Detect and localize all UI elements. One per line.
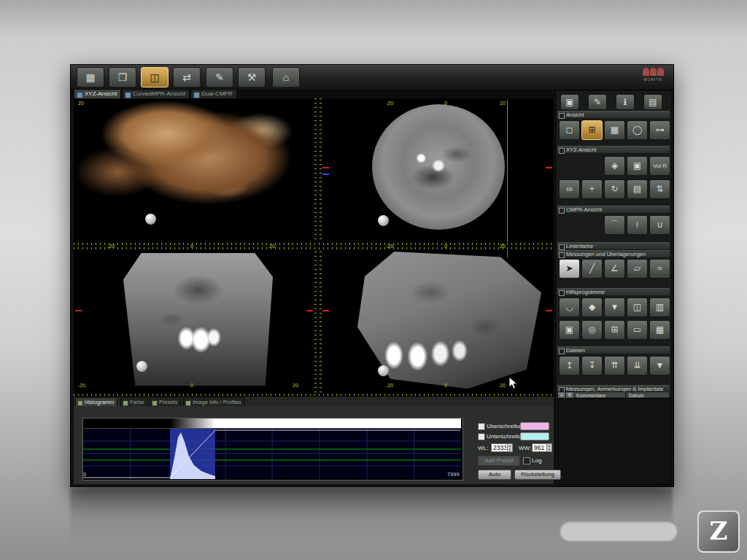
view-layout-icon[interactable]: ◫ xyxy=(141,67,169,88)
wl-spinner[interactable]: ▴▾ xyxy=(507,443,513,452)
zoom-icon[interactable]: ◯ xyxy=(627,120,648,140)
view-axial-slice[interactable] xyxy=(322,100,552,242)
slice-tool-icon[interactable]: ▥ xyxy=(649,298,670,317)
reset-button[interactable]: Rückstellung xyxy=(514,470,561,480)
report-edit-icon[interactable]: ✎ xyxy=(206,67,233,88)
info-icon[interactable]: ℹ xyxy=(616,94,635,110)
pan-icon[interactable]: + xyxy=(581,179,603,199)
print-icon[interactable]: ▤ xyxy=(643,94,662,110)
file-export-icon[interactable]: ⇈ xyxy=(604,356,625,376)
orientation-sphere-icon[interactable] xyxy=(378,365,389,376)
slice-icon[interactable]: ▤ xyxy=(627,179,648,199)
utility-b-icon[interactable]: ◎ xyxy=(581,320,603,340)
tab-curvedmpr-ansicht[interactable]: CurvedMPR-Ansicht xyxy=(122,89,190,99)
file-open-icon[interactable]: ↥ xyxy=(559,356,580,376)
section-messungen[interactable]: Messungen und Überlagerungen xyxy=(557,250,670,257)
overshoot-color-swatch[interactable] xyxy=(520,422,549,430)
utility-c-icon[interactable]: ⊞ xyxy=(604,320,625,340)
link-views-icon[interactable]: ∞ xyxy=(559,179,580,199)
cube-tool-icon[interactable]: ◫ xyxy=(627,298,648,317)
tab-xyz-ansicht[interactable]: XYZ-Ansicht xyxy=(74,89,121,99)
view-coronal-slice[interactable] xyxy=(75,250,313,393)
ww-spinner[interactable]: ▴▾ xyxy=(546,443,552,452)
utility-a-icon[interactable]: ▣ xyxy=(559,320,580,340)
crosshair-marker-red-left[interactable] xyxy=(322,167,329,168)
log-checkbox[interactable] xyxy=(523,457,530,464)
ruler-label: -20 xyxy=(386,383,393,389)
ruler-label: -20 xyxy=(386,101,393,106)
section-dateien[interactable]: Dateien xyxy=(557,346,670,354)
column-kommentare[interactable]: Kommentare xyxy=(573,392,626,398)
sync-icon[interactable]: ⇅ xyxy=(649,179,670,199)
utility-d-icon[interactable]: ▭ xyxy=(627,320,648,340)
curve-s-icon[interactable]: ≀ xyxy=(627,215,648,235)
file-download-icon[interactable]: ⇊ xyxy=(627,356,648,376)
profile-icon[interactable]: ≈ xyxy=(649,259,670,279)
auto-button[interactable]: Auto xyxy=(478,470,511,480)
home-icon[interactable]: ⌂ xyxy=(272,67,300,88)
brand-name: MORITA xyxy=(638,77,667,82)
tool-panel: ▣ ✎ ℹ ▤ Ansicht ◻ ⊞ ▦ ◯ ⊶ XYZ-Ansicht ◈ … xyxy=(555,91,671,485)
overshoot-checkbox[interactable] xyxy=(478,423,485,430)
annotation-list[interactable] xyxy=(557,398,671,485)
measure-line-icon[interactable]: ╱ xyxy=(581,259,603,279)
key-icon[interactable]: ⊶ xyxy=(649,120,670,140)
section-ansicht[interactable]: Ansicht xyxy=(557,111,670,118)
transfer-icon[interactable]: ⇄ xyxy=(173,67,201,88)
xyz-rotate-icon[interactable]: ◈ xyxy=(604,156,625,176)
image-layers-icon[interactable]: ❐ xyxy=(109,67,136,88)
main-toolbar: ▦ ❐ ◫ ⇄ ✎ ⚒ ⌂ MORITA xyxy=(71,65,673,90)
crosshair-marker-red-right[interactable] xyxy=(306,310,313,311)
crosshair-marker-red-right[interactable] xyxy=(546,310,552,311)
section-xyz-ansicht[interactable]: XYZ-Ansicht xyxy=(557,146,670,153)
crosshair-marker-blue-left[interactable] xyxy=(322,174,329,175)
rotate-icon[interactable]: ↻ xyxy=(604,179,625,199)
histogram-min: 0 xyxy=(83,471,86,478)
annotation-icon[interactable]: ✎ xyxy=(588,94,607,110)
histogram-plot[interactable] xyxy=(83,429,461,479)
curve-u-icon[interactable]: ∪ xyxy=(649,215,670,235)
bottom-ruler[interactable] xyxy=(74,389,554,396)
data-table-icon[interactable]: ▦ xyxy=(604,120,625,140)
ruler-label: 20 xyxy=(500,244,506,249)
tab-dual-cmpr[interactable]: Dual-CMPR xyxy=(190,89,237,99)
crosshair-vertical-green[interactable] xyxy=(507,100,508,242)
section-linienfarbe[interactable]: Linienfarbe xyxy=(557,242,670,249)
xyz-settings-icon[interactable]: ▣ xyxy=(627,156,648,176)
database-grid-icon[interactable]: ▦ xyxy=(77,67,104,88)
undershoot-color-swatch[interactable] xyxy=(520,432,549,440)
orientation-sphere-icon[interactable] xyxy=(145,214,156,225)
file-import-icon[interactable]: ↧ xyxy=(581,356,603,376)
utility-e-icon[interactable]: ▦ xyxy=(649,320,670,340)
tooth-tool-icon[interactable]: ◆ xyxy=(581,298,603,317)
implant-tool-icon[interactable]: ▼ xyxy=(604,298,625,317)
ruler-label: -20 xyxy=(78,383,85,389)
layout-single-icon[interactable]: ◻ xyxy=(559,120,580,140)
file-save-icon[interactable]: ▼ xyxy=(649,356,670,376)
volume-render-button[interactable]: Vol R xyxy=(649,156,670,176)
display-settings-icon[interactable]: ▣ xyxy=(560,94,579,110)
crosshair-marker-red-right[interactable] xyxy=(546,167,552,168)
measure-angle-icon[interactable]: ∠ xyxy=(604,259,625,279)
curve-open-icon[interactable]: ⌒ xyxy=(604,215,625,235)
histogram-widget xyxy=(82,418,463,481)
crosshair-tick-green[interactable] xyxy=(507,250,508,257)
column-datum[interactable]: Datum xyxy=(626,392,670,398)
orientation-sphere-icon[interactable] xyxy=(136,361,147,372)
axial-ct-image xyxy=(372,104,505,230)
arch-tool-icon[interactable]: ◡ xyxy=(559,298,580,317)
section-cmpr-ansicht[interactable]: CMPR-Ansicht xyxy=(557,206,670,213)
layout-quad-icon[interactable]: ⊞ xyxy=(581,120,603,140)
crosshair-marker-red-left[interactable] xyxy=(75,310,82,311)
orientation-sphere-icon[interactable] xyxy=(378,215,389,226)
view-sagittal-slice[interactable] xyxy=(322,250,552,393)
section-hilfsprogramme[interactable]: Hilfsprogramme xyxy=(557,288,670,295)
overlay-icon[interactable]: ▱ xyxy=(627,259,648,279)
cursor-tool-icon[interactable]: ➤ xyxy=(559,259,580,279)
crosshair-marker-red-left[interactable] xyxy=(322,310,329,311)
view-3d-volume[interactable] xyxy=(75,100,313,242)
tools-icon[interactable]: ⚒ xyxy=(238,67,266,88)
center-horizontal-ruler[interactable] xyxy=(74,243,554,249)
undershoot-checkbox[interactable] xyxy=(478,433,485,440)
add-preset-button[interactable]: Add Preset xyxy=(478,456,520,466)
